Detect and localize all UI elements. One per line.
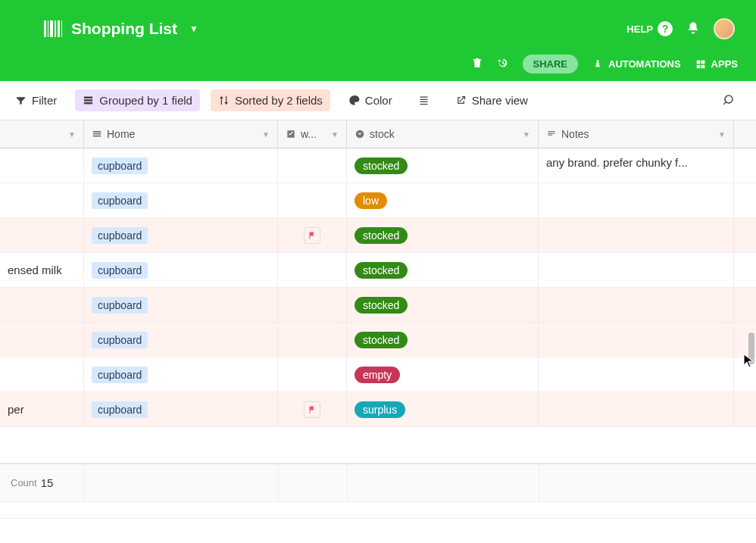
cell-item[interactable]	[0, 218, 84, 252]
share-view-button[interactable]: Share view	[448, 89, 536, 111]
cell-notes[interactable]	[539, 323, 734, 357]
table-row[interactable]: cupboardstockedany brand. prefer chunky …	[0, 148, 756, 183]
cell-item[interactable]	[0, 183, 84, 217]
notifications-button[interactable]	[686, 21, 700, 37]
base-title-button[interactable]: Shopping List ▼	[44, 20, 198, 38]
cell-notes[interactable]	[539, 288, 734, 322]
cell-flag[interactable]	[278, 218, 347, 252]
vertical-scrollbar[interactable]	[745, 201, 756, 519]
help-button[interactable]: HELP ?	[626, 21, 673, 36]
cell-notes[interactable]	[539, 357, 734, 392]
sort-button[interactable]: Sorted by 2 fields	[211, 89, 330, 111]
cell-location[interactable]: cupboard	[84, 148, 278, 183]
cell-flag[interactable]	[278, 288, 347, 322]
cell-stock[interactable]: stocked	[347, 218, 539, 252]
cell-flag[interactable]	[278, 392, 347, 426]
cell-item[interactable]: ensed milk	[0, 253, 84, 287]
view-toolbar: Filter Grouped by 1 field Sorted by 2 fi…	[0, 81, 756, 120]
cell-item[interactable]: per	[0, 392, 84, 426]
column-header-home[interactable]: Home▼	[84, 120, 278, 148]
apps-label: APPS	[711, 58, 738, 70]
summary-row: Count 15	[0, 464, 756, 502]
color-button[interactable]: Color	[341, 89, 400, 111]
chevron-down-icon: ▼	[523, 130, 530, 139]
cell-notes[interactable]	[539, 392, 734, 426]
user-avatar[interactable]	[714, 18, 735, 39]
cell-stock[interactable]: stocked	[347, 288, 539, 322]
scrollbar-thumb[interactable]	[748, 332, 754, 364]
trash-button[interactable]	[471, 57, 483, 71]
grid-body: cupboardstockedany brand. prefer chunky …	[0, 148, 756, 427]
stock-pill: stocked	[355, 158, 408, 174]
cell-location[interactable]: cupboard	[84, 288, 278, 322]
chevron-down-icon: ▼	[262, 130, 270, 139]
apps-button[interactable]: APPS	[695, 58, 738, 70]
checkbox-icon	[286, 129, 296, 139]
column-header-w[interactable]: w...▼	[278, 120, 347, 148]
cell-item[interactable]	[0, 357, 84, 392]
cell-item[interactable]	[0, 148, 84, 183]
cell-stock[interactable]: surplus	[347, 392, 539, 426]
cell-notes[interactable]: any brand. prefer chunky f...	[539, 148, 734, 183]
cell-stock[interactable]: empty	[347, 357, 539, 392]
table-row[interactable]: cupboardstocked	[0, 288, 756, 323]
cell-flag[interactable]	[278, 253, 347, 287]
cell-stock[interactable]: stocked	[347, 253, 539, 287]
history-button[interactable]	[497, 57, 509, 71]
search-button[interactable]	[716, 89, 744, 111]
column-header-item[interactable]: ▼	[0, 120, 84, 148]
barcode-icon	[44, 20, 62, 37]
table-row[interactable]: cupboardstocked	[0, 218, 756, 253]
summary-cell[interactable]	[278, 464, 347, 501]
column-label: Home	[107, 128, 135, 140]
table-row[interactable]: cupboardstocked	[0, 323, 756, 357]
cell-location[interactable]: cupboard	[84, 357, 278, 392]
chevron-down-icon: ▼	[331, 130, 339, 139]
row-height-icon	[418, 95, 430, 106]
column-header-notes[interactable]: Notes▼	[539, 120, 734, 148]
location-tag: cupboard	[92, 401, 148, 418]
table-row[interactable]: cupboardlow	[0, 183, 756, 218]
cell-flag[interactable]	[278, 357, 347, 392]
location-tag: cupboard	[92, 332, 148, 348]
table-row[interactable]: ensed milkcupboardstocked	[0, 253, 756, 288]
cell-flag[interactable]	[278, 323, 347, 357]
cell-stock[interactable]: stocked	[347, 323, 539, 357]
color-label: Color	[365, 94, 392, 107]
cell-notes[interactable]	[539, 218, 734, 252]
share-view-icon	[455, 95, 467, 106]
app-header: Shopping List ▼ HELP ? SHARE AUTOMATIONS	[0, 0, 756, 81]
summary-cell-count[interactable]: Count 15	[0, 464, 84, 501]
stock-pill: stocked	[355, 332, 408, 348]
summary-cell[interactable]	[539, 464, 734, 501]
cell-flag[interactable]	[278, 183, 347, 217]
cell-item[interactable]	[0, 323, 84, 357]
share-button[interactable]: SHARE	[523, 55, 579, 73]
summary-cell[interactable]	[347, 464, 539, 501]
column-header-stock[interactable]: stock▼	[347, 120, 539, 148]
cell-item[interactable]	[0, 288, 84, 322]
history-icon	[497, 57, 509, 69]
group-button[interactable]: Grouped by 1 field	[75, 89, 200, 111]
cell-stock[interactable]: stocked	[347, 148, 539, 183]
filter-button[interactable]: Filter	[8, 89, 64, 111]
help-icon: ?	[658, 21, 673, 36]
cell-location[interactable]: cupboard	[84, 392, 278, 426]
automations-button[interactable]: AUTOMATIONS	[592, 58, 681, 70]
flag-icon	[304, 401, 320, 418]
cell-stock[interactable]: low	[347, 183, 539, 217]
cell-location[interactable]: cupboard	[84, 323, 278, 357]
cell-location[interactable]: cupboard	[84, 183, 278, 217]
cell-notes[interactable]	[539, 253, 734, 287]
location-tag: cupboard	[92, 158, 148, 174]
cell-location[interactable]: cupboard	[84, 253, 278, 287]
table-row[interactable]: percupboardsurplus	[0, 392, 756, 427]
cell-location[interactable]: cupboard	[84, 218, 278, 252]
cell-notes[interactable]	[539, 183, 734, 217]
table-row[interactable]: cupboardempty	[0, 357, 756, 392]
row-height-button[interactable]	[411, 90, 437, 111]
location-tag: cupboard	[92, 262, 148, 279]
cell-flag[interactable]	[278, 148, 347, 183]
summary-cell[interactable]	[84, 464, 278, 501]
group-label: Grouped by 1 field	[99, 94, 192, 107]
